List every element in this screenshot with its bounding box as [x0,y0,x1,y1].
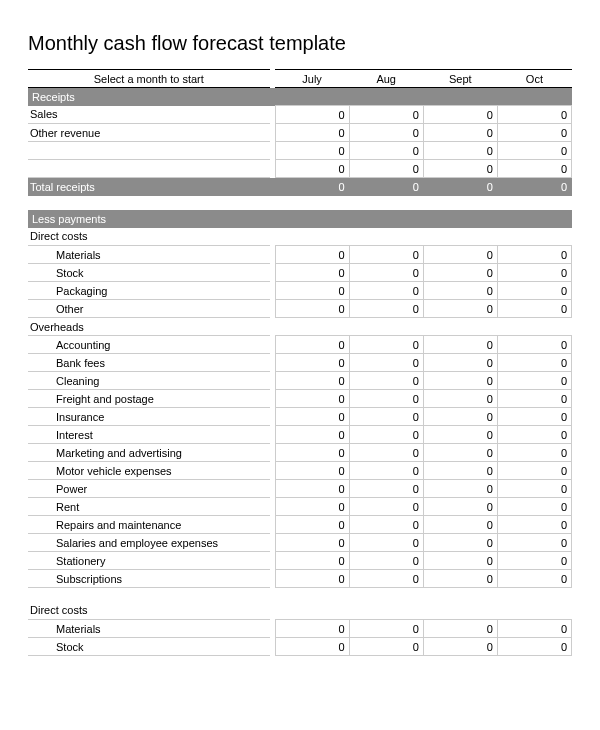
total-value-cell: 0 [423,178,497,196]
value-cell: 0 [423,426,497,444]
table-row: Other0000 [28,300,572,318]
value-cell: 0 [497,534,571,552]
value-cell: 0 [497,336,571,354]
select-month-header: Select a month to start [28,70,270,88]
value-cell: 0 [423,462,497,480]
value-cell: 0 [275,534,349,552]
table-row: Rent0000 [28,498,572,516]
row-label: Motor vehicle expenses [28,462,270,480]
table-row: Stationery0000 [28,552,572,570]
section-heading: Less payments [28,210,572,228]
table-row: Repairs and maintenance0000 [28,516,572,534]
row-label: Stationery [28,552,270,570]
value-cell: 0 [349,246,423,264]
value-cell: 0 [423,300,497,318]
value-cell: 0 [423,620,497,638]
value-cell: 0 [275,480,349,498]
cell [423,318,497,336]
value-cell: 0 [423,390,497,408]
table-row: Materials0000 [28,246,572,264]
value-cell: 0 [349,516,423,534]
value-cell: 0 [497,408,571,426]
table-row: Packaging0000 [28,282,572,300]
cell [497,602,571,620]
cell [275,602,349,620]
row-label: Subscriptions [28,570,270,588]
cell [275,228,349,246]
cell [423,228,497,246]
row-label: Repairs and maintenance [28,516,270,534]
value-cell: 0 [275,372,349,390]
row-label: Salaries and employee expenses [28,534,270,552]
value-cell: 0 [497,426,571,444]
value-cell: 0 [423,480,497,498]
value-cell: 0 [349,426,423,444]
group-heading-label: Direct costs [28,228,270,246]
table-row: Materials0000 [28,620,572,638]
table-row: Motor vehicle expenses0000 [28,462,572,480]
value-cell: 0 [349,408,423,426]
value-cell: 0 [349,336,423,354]
table-row: 0000 [28,142,572,160]
value-cell: 0 [497,480,571,498]
table-row: Insurance0000 [28,408,572,426]
total-value-cell: 0 [497,178,571,196]
value-cell: 0 [497,498,571,516]
value-cell: 0 [349,354,423,372]
value-cell: 0 [497,300,571,318]
table-row: Power0000 [28,480,572,498]
section-heading-label: Less payments [28,210,572,228]
value-cell: 0 [275,300,349,318]
value-cell: 0 [349,570,423,588]
spacer-row [28,196,572,210]
value-cell: 0 [423,336,497,354]
value-cell: 0 [275,620,349,638]
row-label [28,142,270,160]
value-cell: 0 [275,264,349,282]
group-heading-label: Direct costs [28,602,270,620]
value-cell: 0 [349,124,423,142]
row-label: Materials [28,246,270,264]
value-cell: 0 [423,246,497,264]
value-cell: 0 [497,124,571,142]
header-row: Select a month to start July Aug Sept Oc… [28,70,572,88]
row-label: Stock [28,264,270,282]
row-label: Insurance [28,408,270,426]
row-label: Other [28,300,270,318]
value-cell: 0 [349,106,423,124]
value-cell: 0 [423,552,497,570]
value-cell: 0 [275,516,349,534]
value-cell: 0 [423,516,497,534]
value-cell: 0 [275,124,349,142]
row-label: Rent [28,498,270,516]
total-label: Total receipts [28,178,270,196]
value-cell: 0 [275,390,349,408]
group-heading: Direct costs [28,228,572,246]
value-cell: 0 [497,620,571,638]
value-cell: 0 [423,638,497,656]
value-cell: 0 [497,390,571,408]
value-cell: 0 [349,142,423,160]
value-cell: 0 [497,160,571,178]
value-cell: 0 [275,570,349,588]
cell [423,602,497,620]
month-header: July [275,70,349,88]
value-cell: 0 [497,462,571,480]
value-cell: 0 [497,246,571,264]
value-cell: 0 [349,160,423,178]
value-cell: 0 [423,498,497,516]
row-label: Power [28,480,270,498]
table-row: Bank fees0000 [28,354,572,372]
table-row: Marketing and advertising0000 [28,444,572,462]
row-label: Packaging [28,282,270,300]
row-label: Stock [28,638,270,656]
value-cell: 0 [497,354,571,372]
row-label: Cleaning [28,372,270,390]
table-row: Stock0000 [28,264,572,282]
value-cell: 0 [423,124,497,142]
table-row: Subscriptions0000 [28,570,572,588]
value-cell: 0 [275,408,349,426]
value-cell: 0 [349,552,423,570]
table-row: Other revenue0000 [28,124,572,142]
value-cell: 0 [349,390,423,408]
